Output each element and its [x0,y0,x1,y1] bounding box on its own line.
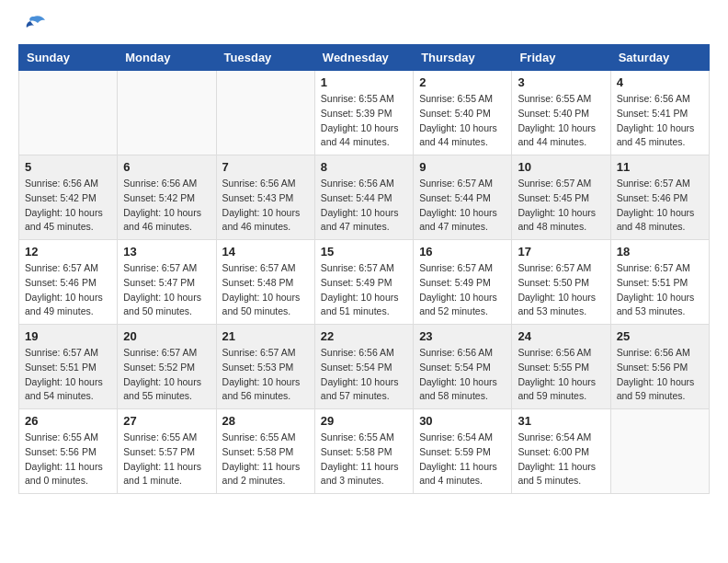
day-number: 24 [518,329,604,343]
calendar-cell: 9Sunrise: 6:57 AM Sunset: 5:44 PM Daylig… [414,155,512,240]
calendar-header-row: SundayMondayTuesdayWednesdayThursdayFrid… [19,45,710,71]
day-info: Sunrise: 6:56 AM Sunset: 5:43 PM Dayligh… [222,177,309,235]
day-number: 7 [222,160,309,174]
day-number: 17 [518,245,604,259]
calendar-cell: 31Sunrise: 6:54 AM Sunset: 6:00 PM Dayli… [512,409,610,494]
day-number: 13 [123,245,210,259]
day-number: 20 [123,329,210,343]
day-info: Sunrise: 6:57 AM Sunset: 5:46 PM Dayligh… [617,177,703,235]
day-info: Sunrise: 6:56 AM Sunset: 5:56 PM Dayligh… [617,346,703,404]
day-number: 14 [222,245,309,259]
day-info: Sunrise: 6:55 AM Sunset: 5:58 PM Dayligh… [222,431,309,488]
day-number: 6 [123,160,210,174]
day-number: 4 [617,75,703,89]
day-info: Sunrise: 6:54 AM Sunset: 5:59 PM Dayligh… [419,431,506,488]
day-info: Sunrise: 6:57 AM Sunset: 5:53 PM Dayligh… [222,346,309,404]
day-number: 5 [25,160,111,174]
calendar-cell [216,71,314,155]
calendar-cell [118,71,216,155]
calendar-cell: 28Sunrise: 6:55 AM Sunset: 5:58 PM Dayli… [216,409,314,494]
page-header [18,18,710,35]
calendar-cell [19,71,118,155]
day-number: 22 [321,329,407,343]
calendar-cell: 19Sunrise: 6:57 AM Sunset: 5:51 PM Dayli… [19,325,118,409]
weekday-header-wednesday: Wednesday [314,45,413,71]
day-info: Sunrise: 6:57 AM Sunset: 5:49 PM Dayligh… [419,261,506,319]
calendar-cell: 18Sunrise: 6:57 AM Sunset: 5:51 PM Dayli… [610,240,709,325]
calendar-cell: 7Sunrise: 6:56 AM Sunset: 5:43 PM Daylig… [216,155,314,240]
day-info: Sunrise: 6:55 AM Sunset: 5:39 PM Dayligh… [321,92,407,150]
calendar-cell: 12Sunrise: 6:57 AM Sunset: 5:46 PM Dayli… [19,240,118,325]
day-info: Sunrise: 6:57 AM Sunset: 5:50 PM Dayligh… [518,261,604,319]
day-number: 3 [518,75,604,89]
calendar-cell: 5Sunrise: 6:56 AM Sunset: 5:42 PM Daylig… [19,155,118,240]
calendar-cell: 10Sunrise: 6:57 AM Sunset: 5:45 PM Dayli… [512,155,610,240]
calendar-cell: 15Sunrise: 6:57 AM Sunset: 5:49 PM Dayli… [314,240,413,325]
day-number: 18 [617,245,703,259]
weekday-header-sunday: Sunday [19,45,118,71]
calendar-table: SundayMondayTuesdayWednesdayThursdayFrid… [18,44,710,494]
calendar-week-5: 26Sunrise: 6:55 AM Sunset: 5:56 PM Dayli… [19,409,710,494]
day-number: 27 [123,414,210,428]
day-number: 2 [419,75,506,89]
calendar-cell [610,409,709,494]
day-number: 26 [25,414,111,428]
weekday-header-monday: Monday [118,45,216,71]
calendar-week-2: 5Sunrise: 6:56 AM Sunset: 5:42 PM Daylig… [19,155,710,240]
day-info: Sunrise: 6:55 AM Sunset: 5:40 PM Dayligh… [518,92,604,150]
day-number: 29 [321,414,407,428]
day-number: 28 [222,414,309,428]
calendar-cell: 1Sunrise: 6:55 AM Sunset: 5:39 PM Daylig… [314,71,413,155]
calendar-cell: 23Sunrise: 6:56 AM Sunset: 5:54 PM Dayli… [414,325,512,409]
weekday-header-saturday: Saturday [610,45,709,71]
calendar-cell: 27Sunrise: 6:55 AM Sunset: 5:57 PM Dayli… [118,409,216,494]
day-number: 23 [419,329,506,343]
weekday-header-thursday: Thursday [414,45,512,71]
calendar-cell: 4Sunrise: 6:56 AM Sunset: 5:41 PM Daylig… [610,71,709,155]
day-info: Sunrise: 6:54 AM Sunset: 6:00 PM Dayligh… [518,431,604,488]
day-info: Sunrise: 6:56 AM Sunset: 5:54 PM Dayligh… [321,346,407,404]
day-info: Sunrise: 6:56 AM Sunset: 5:41 PM Dayligh… [617,92,703,150]
calendar-cell: 16Sunrise: 6:57 AM Sunset: 5:49 PM Dayli… [414,240,512,325]
calendar-week-1: 1Sunrise: 6:55 AM Sunset: 5:39 PM Daylig… [19,71,710,155]
logo [18,18,47,35]
calendar-week-4: 19Sunrise: 6:57 AM Sunset: 5:51 PM Dayli… [19,325,710,409]
day-info: Sunrise: 6:57 AM Sunset: 5:45 PM Dayligh… [518,177,604,235]
calendar-cell: 21Sunrise: 6:57 AM Sunset: 5:53 PM Dayli… [216,325,314,409]
day-info: Sunrise: 6:55 AM Sunset: 5:57 PM Dayligh… [123,431,210,488]
day-info: Sunrise: 6:55 AM Sunset: 5:58 PM Dayligh… [321,431,407,488]
day-number: 31 [518,414,604,428]
day-info: Sunrise: 6:57 AM Sunset: 5:49 PM Dayligh… [321,261,407,319]
weekday-header-tuesday: Tuesday [216,45,314,71]
day-info: Sunrise: 6:57 AM Sunset: 5:46 PM Dayligh… [25,261,111,319]
calendar-cell: 29Sunrise: 6:55 AM Sunset: 5:58 PM Dayli… [314,409,413,494]
day-number: 16 [419,245,506,259]
day-info: Sunrise: 6:56 AM Sunset: 5:42 PM Dayligh… [123,177,210,235]
day-info: Sunrise: 6:55 AM Sunset: 5:56 PM Dayligh… [25,431,111,488]
calendar-cell: 14Sunrise: 6:57 AM Sunset: 5:48 PM Dayli… [216,240,314,325]
calendar-cell: 17Sunrise: 6:57 AM Sunset: 5:50 PM Dayli… [512,240,610,325]
calendar-cell: 6Sunrise: 6:56 AM Sunset: 5:42 PM Daylig… [118,155,216,240]
day-info: Sunrise: 6:57 AM Sunset: 5:48 PM Dayligh… [222,261,309,319]
day-info: Sunrise: 6:55 AM Sunset: 5:40 PM Dayligh… [419,92,506,150]
calendar-cell: 20Sunrise: 6:57 AM Sunset: 5:52 PM Dayli… [118,325,216,409]
calendar-cell: 30Sunrise: 6:54 AM Sunset: 5:59 PM Dayli… [414,409,512,494]
day-number: 21 [222,329,309,343]
day-number: 19 [25,329,111,343]
calendar-cell: 22Sunrise: 6:56 AM Sunset: 5:54 PM Dayli… [314,325,413,409]
day-info: Sunrise: 6:57 AM Sunset: 5:44 PM Dayligh… [419,177,506,235]
day-info: Sunrise: 6:57 AM Sunset: 5:51 PM Dayligh… [25,346,111,404]
calendar-cell: 13Sunrise: 6:57 AM Sunset: 5:47 PM Dayli… [118,240,216,325]
calendar-cell: 3Sunrise: 6:55 AM Sunset: 5:40 PM Daylig… [512,71,610,155]
weekday-header-friday: Friday [512,45,610,71]
calendar-cell: 2Sunrise: 6:55 AM Sunset: 5:40 PM Daylig… [414,71,512,155]
day-info: Sunrise: 6:57 AM Sunset: 5:52 PM Dayligh… [123,346,210,404]
calendar-cell: 11Sunrise: 6:57 AM Sunset: 5:46 PM Dayli… [610,155,709,240]
calendar-cell: 8Sunrise: 6:56 AM Sunset: 5:44 PM Daylig… [314,155,413,240]
calendar-week-3: 12Sunrise: 6:57 AM Sunset: 5:46 PM Dayli… [19,240,710,325]
day-number: 30 [419,414,506,428]
calendar-cell: 25Sunrise: 6:56 AM Sunset: 5:56 PM Dayli… [610,325,709,409]
calendar-cell: 26Sunrise: 6:55 AM Sunset: 5:56 PM Dayli… [19,409,118,494]
day-number: 25 [617,329,703,343]
day-info: Sunrise: 6:57 AM Sunset: 5:47 PM Dayligh… [123,261,210,319]
